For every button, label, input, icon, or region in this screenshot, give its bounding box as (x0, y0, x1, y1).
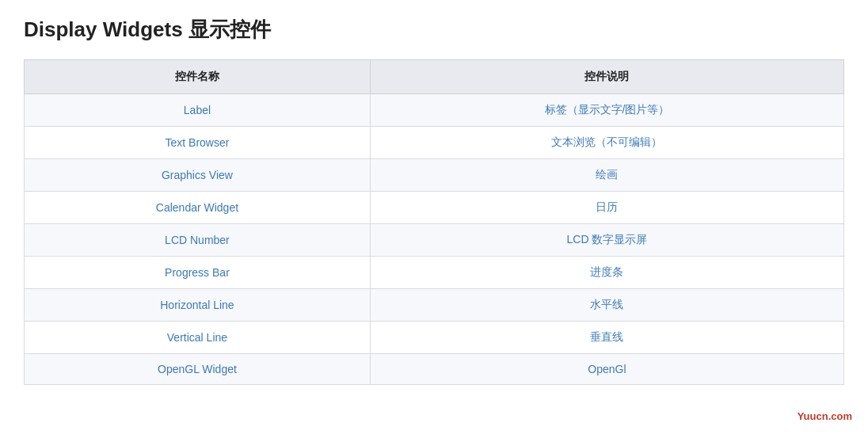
column-header-description: 控件说明 (370, 60, 843, 94)
cell-widget-description: LCD 数字显示屏 (370, 224, 843, 257)
cell-widget-name: Text Browser (25, 127, 371, 159)
column-header-name: 控件名称 (25, 60, 371, 94)
cell-widget-name: Calendar Widget (25, 192, 371, 224)
cell-widget-description: 日历 (370, 192, 843, 224)
table-header-row: 控件名称 控件说明 (25, 60, 844, 94)
cell-widget-description: 文本浏览（不可编辑） (370, 127, 843, 159)
page-title: Display Widgets 显示控件 (24, 16, 844, 44)
table-row: LCD NumberLCD 数字显示屏 (25, 224, 844, 257)
table-row: Vertical Line垂直线 (25, 322, 844, 354)
cell-widget-description: 进度条 (370, 257, 843, 289)
cell-widget-description: 标签（显示文字/图片等） (370, 94, 843, 127)
table-row: Calendar Widget日历 (25, 192, 844, 224)
cell-widget-name: Graphics View (25, 159, 371, 192)
cell-widget-name: Progress Bar (25, 257, 371, 289)
cell-widget-description: 水平线 (370, 289, 843, 322)
table-row: Label标签（显示文字/图片等） (25, 94, 844, 127)
cell-widget-name: LCD Number (25, 224, 371, 257)
cell-widget-name: Label (25, 94, 371, 127)
cell-widget-name: OpenGL Widget (25, 354, 371, 385)
table-row: Text Browser文本浏览（不可编辑） (25, 127, 844, 159)
cell-widget-description: 垂直线 (370, 322, 843, 354)
cell-widget-name: Horizontal Line (25, 289, 371, 322)
cell-widget-name: Vertical Line (25, 322, 371, 354)
table-row: Progress Bar进度条 (25, 257, 844, 289)
cell-widget-description: 绘画 (370, 159, 843, 192)
table-row: Horizontal Line水平线 (25, 289, 844, 322)
table-row: Graphics View绘画 (25, 159, 844, 192)
cell-widget-description: OpenGl (370, 354, 843, 385)
widget-table: 控件名称 控件说明 Label标签（显示文字/图片等）Text Browser文… (24, 59, 844, 385)
table-row: OpenGL WidgetOpenGl (25, 354, 844, 385)
